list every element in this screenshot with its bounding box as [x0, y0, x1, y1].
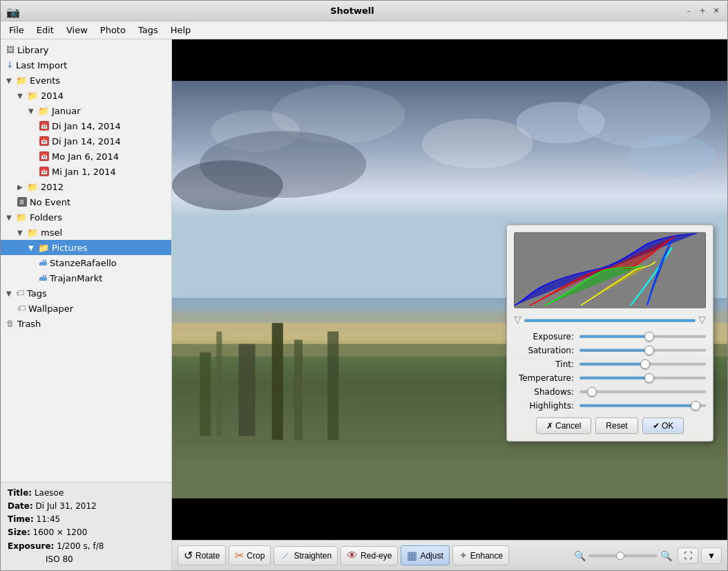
exposure-label: Exposure: — [514, 332, 579, 341]
size-label: Size: — [8, 527, 30, 537]
shadows-label: Shadows: — [514, 387, 579, 397]
highlights-slider[interactable] — [579, 404, 706, 407]
hist-left-marker[interactable]: ▽ — [514, 314, 521, 328]
sidebar-item-mi-jan-1[interactable]: 📅 Mi Jan 1, 2014 — [1, 164, 171, 179]
sidebar-item-label: Pictures — [52, 243, 87, 253]
menu-more-button[interactable]: ▼ — [701, 547, 722, 564]
histogram-range: ▽ ▽ — [514, 314, 706, 328]
sidebar-item-label: TrajanMarkt — [50, 273, 102, 283]
zoom-out-icon[interactable]: 🔍 — [574, 550, 586, 561]
svg-point-3 — [422, 118, 533, 168]
sidebar-item-januar[interactable]: ▼ 📁 Januar — [1, 103, 171, 118]
enhance-icon: ✦ — [459, 549, 468, 562]
minimize-button[interactable]: – — [683, 6, 694, 17]
import-icon: ↓ — [6, 60, 13, 70]
sidebar-item-label: Wallpaper — [28, 303, 73, 314]
exposure-value: 1/200 s, f/8 — [57, 541, 104, 551]
highlights-label: Highlights: — [514, 401, 579, 411]
redeye-button[interactable]: 👁 Red-eye — [341, 546, 398, 565]
rotate-button[interactable]: ↺ Rotate — [178, 545, 226, 565]
shadows-slider[interactable] — [579, 391, 706, 393]
folder-icon: 📁 — [27, 227, 38, 238]
menu-file[interactable]: File — [3, 24, 30, 37]
sidebar-item-trajanmarkt[interactable]: 🏙 TrajanMarkt — [1, 270, 171, 286]
window-controls: – + ✕ — [683, 6, 722, 17]
sidebar-item-label: 2012 — [41, 182, 64, 192]
straighten-label: Straighten — [294, 551, 332, 561]
photo-icon: 🏙 — [39, 274, 47, 283]
sidebar-item-tags[interactable]: ▼ 🏷 Tags — [1, 286, 171, 301]
svg-rect-12 — [200, 353, 211, 436]
library-icon: 🖼 — [6, 45, 15, 55]
sidebar-item-wallpaper[interactable]: 🏷 Wallpaper — [1, 301, 171, 316]
sidebar-item-no-event[interactable]: 🗓 No Event — [1, 194, 171, 209]
saturation-slider[interactable] — [579, 349, 706, 352]
menu-view[interactable]: View — [61, 24, 93, 37]
maximize-button[interactable]: + — [697, 6, 708, 17]
zoom-in-icon[interactable]: 🔍 — [660, 550, 672, 561]
photo-view[interactable]: ▽ ▽ Exposure: — [172, 39, 727, 540]
adjust-icon: ▦ — [407, 549, 417, 562]
sidebar-item-2012[interactable]: ▶ 📁 2012 — [1, 179, 171, 194]
redeye-icon: 👁 — [347, 550, 358, 562]
hist-right-marker[interactable]: ▽ — [698, 314, 706, 328]
temperature-label: Temperature: — [514, 373, 579, 383]
expand-arrow: ▼ — [17, 92, 26, 100]
svg-rect-15 — [272, 323, 283, 440]
menu-help[interactable]: Help — [165, 24, 197, 37]
sidebar-item-msel[interactable]: ▼ 📁 msel — [1, 225, 171, 240]
sidebar-item-di-jan-14-1[interactable]: 📅 Di Jan 14, 2014 — [1, 118, 171, 133]
tint-row: Tint: — [514, 359, 706, 369]
exposure-label: Exposure: — [8, 541, 54, 551]
tint-slider[interactable] — [579, 363, 706, 366]
sidebar-item-mo-jan-6[interactable]: 📅 Mo Jan 6, 2014 — [1, 149, 171, 164]
sidebar-item-2014[interactable]: ▼ 📁 2014 — [1, 88, 171, 103]
ok-button[interactable]: ✔ OK — [642, 418, 684, 434]
adjust-button[interactable]: ▦ Adjust — [401, 545, 449, 565]
folder-icon: 📁 — [16, 75, 27, 86]
sidebar-item-folders[interactable]: ▼ 📁 Folders — [1, 209, 171, 225]
folder-icon: 📁 — [16, 212, 27, 223]
sidebar-item-last-import[interactable]: ↓ Last Import — [1, 57, 171, 73]
folder-icon: 📁 — [27, 182, 38, 192]
menu-photo[interactable]: Photo — [95, 24, 131, 37]
svg-rect-16 — [294, 339, 303, 440]
folder-icon: 📁 — [38, 243, 49, 253]
sidebar-item-label: Di Jan 14, 2014 — [52, 121, 121, 131]
cancel-button[interactable]: ✗ Cancel — [536, 418, 592, 434]
sidebar-item-label: Trash — [17, 319, 41, 329]
window-title: Shotwell — [21, 6, 683, 16]
menu-edit[interactable]: Edit — [31, 24, 59, 37]
sidebar-item-events[interactable]: ▼ 📁 Events — [1, 73, 171, 88]
enhance-button[interactable]: ✦ Enhance — [452, 545, 509, 565]
sidebar-item-stanzerafaello[interactable]: 🏙 StanzeRafaello — [1, 255, 171, 270]
sidebar-item-library[interactable]: 🖼 Library — [1, 42, 171, 57]
sidebar-item-di-jan-14-2[interactable]: 📅 Di Jan 14, 2014 — [1, 133, 171, 149]
zoom-slider[interactable] — [588, 554, 658, 557]
exposure-row: Exposure: — [514, 332, 706, 341]
temperature-slider[interactable] — [579, 377, 706, 380]
sidebar-item-label: Last Import — [16, 60, 67, 71]
menubar: File Edit View Photo Tags Help — [1, 21, 727, 39]
adjust-buttons: ✗ Cancel Reset ✔ OK — [514, 418, 706, 434]
folder-icon: 📁 — [38, 106, 49, 116]
sidebar-item-pictures[interactable]: ▼ 📁 Pictures — [1, 240, 171, 255]
reset-button[interactable]: Reset — [595, 418, 638, 434]
sidebar-item-label: Mi Jan 1, 2014 — [52, 167, 116, 177]
fullscreen-button[interactable]: ⛶ — [678, 547, 698, 564]
calendar-icon: 📅 — [39, 121, 49, 131]
crop-button[interactable]: ✂ Crop — [229, 545, 271, 565]
sidebar-item-trash[interactable]: 🗑 Trash — [1, 316, 171, 331]
app-icon: 📷 — [6, 6, 17, 17]
crop-icon: ✂ — [235, 549, 244, 562]
sidebar: 🖼 Library ↓ Last Import ▼ 📁 Events ▼ — [1, 39, 172, 570]
exposure-slider[interactable] — [579, 335, 706, 338]
adjust-panel: ▽ ▽ Exposure: — [506, 225, 713, 442]
photo-icon: 🏙 — [39, 259, 47, 268]
rotate-icon: ↺ — [184, 549, 193, 562]
close-button[interactable]: ✕ — [711, 6, 722, 17]
tint-label: Tint: — [514, 359, 579, 369]
black-bar-bottom — [172, 498, 727, 540]
straighten-button[interactable]: ⟋ Straighten — [274, 546, 338, 565]
menu-tags[interactable]: Tags — [133, 24, 164, 37]
